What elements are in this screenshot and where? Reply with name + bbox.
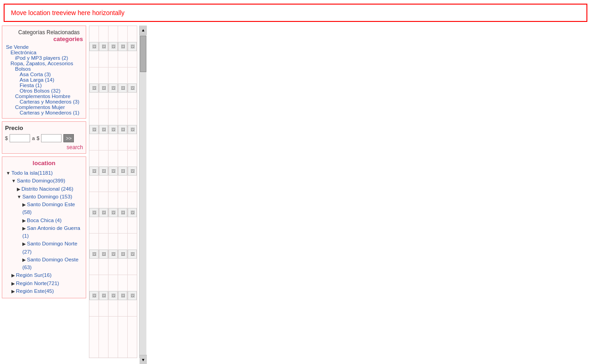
product-image: 🖼	[118, 291, 127, 300]
grid-cell[interactable]	[118, 317, 128, 358]
cat-item[interactable]: Carteras y Monederos (3)	[5, 99, 83, 104]
loc-item[interactable]: ▶Región Sur(16)	[5, 271, 83, 279]
grid-cell[interactable]: 🖼	[99, 109, 109, 150]
cat-item[interactable]: Asa Larga (14)	[5, 77, 83, 83]
grid-cell[interactable]: 🖼	[99, 234, 109, 275]
left-panel: Categorías Relacionadas categories Se Ve…	[2, 26, 86, 358]
grid-cell[interactable]: 🖼	[118, 68, 128, 109]
cat-item[interactable]: Otros Bolsos (32)	[5, 88, 83, 94]
grid-cell[interactable]: 🖼	[109, 151, 118, 192]
scrollbar[interactable]: ▲ ▼	[139, 26, 146, 358]
loc-item[interactable]: ▶Región Norte(721)	[5, 280, 83, 287]
cat-item[interactable]: iPod y MP3 players (2)	[5, 55, 83, 61]
loc-item[interactable]: ▼Santo Domingo (153)	[5, 193, 83, 201]
cat-item[interactable]: Asa Corta (3)	[5, 72, 83, 77]
grid-cell[interactable]: 🖼	[89, 234, 99, 275]
loc-item[interactable]: ▶Distrito Nacional (246)	[5, 185, 83, 193]
expand-arrow-icon: ▶	[11, 281, 15, 286]
product-image: 🖼	[128, 250, 137, 259]
price-to-input[interactable]	[41, 134, 62, 142]
grid-cell[interactable]: 🖼	[118, 275, 128, 316]
grid-cell[interactable]: 🖼	[109, 109, 118, 150]
expand-arrow-icon: ▶	[22, 226, 26, 231]
grid-cell[interactable]: 🖼	[128, 192, 137, 233]
grid-cell[interactable]: 🖼	[109, 234, 118, 275]
product-image: 🖼	[89, 208, 98, 217]
loc-item[interactable]: ▶Santo Domingo Norte (27)	[5, 240, 83, 256]
scroll-down-button[interactable]: ▼	[140, 355, 147, 358]
grid-cell[interactable]: 🖼	[99, 275, 109, 316]
cat-item[interactable]: Fiesta (1)	[5, 83, 83, 88]
location-title: location	[5, 160, 83, 166]
grid-cell[interactable]: 🖼	[128, 151, 137, 192]
top-banner: Move location treeview here horizontally	[4, 4, 587, 22]
cat-item: Complementos Mujer	[5, 104, 83, 110]
grid-cell[interactable]: 🖼	[99, 192, 109, 233]
grid-cell[interactable]: 🖼	[128, 275, 137, 316]
grid-cell[interactable]: 🖼	[128, 26, 137, 67]
grid-cell[interactable]: 🖼	[89, 26, 99, 67]
product-image: 🖼	[99, 83, 108, 93]
cat-item[interactable]: Carteras y Monederos (1)	[5, 110, 83, 115]
grid-cell[interactable]: 🖼	[109, 26, 118, 67]
product-image: 🖼	[99, 208, 108, 217]
grid-cell[interactable]: 🖼	[118, 151, 128, 192]
grid-cell[interactable]: 🖼	[89, 151, 99, 192]
grid-cell[interactable]	[99, 317, 109, 358]
grid-cell[interactable]: 🖼	[109, 68, 118, 109]
loc-item[interactable]: ▶Región Este(45)	[5, 287, 83, 295]
grid-cell[interactable]: 🖼	[118, 109, 128, 150]
grid-cell[interactable]	[89, 317, 99, 358]
expand-arrow-icon: ▼	[17, 194, 21, 199]
grid-cell[interactable]: 🖼	[99, 26, 109, 67]
cat-item: Bolsos	[5, 66, 83, 72]
product-image: 🖼	[89, 166, 98, 176]
product-image: 🖼	[89, 291, 98, 300]
product-image: 🖼	[118, 42, 127, 51]
grid-cell[interactable]: 🖼	[89, 109, 99, 150]
product-image: 🖼	[109, 250, 118, 259]
grid-cell[interactable]: 🖼	[128, 234, 137, 275]
grid-row: 🖼 🖼 🖼 🖼 🖼	[89, 151, 137, 192]
product-image: 🖼	[99, 166, 108, 176]
grid-cell[interactable]: 🖼	[89, 68, 99, 109]
expand-arrow-icon: ▼	[6, 171, 10, 176]
location-box: location ▼Todo la isla(1181) ▼Santo Domi…	[2, 156, 86, 298]
loc-item[interactable]: ▶Santo Domingo Oeste (63)	[5, 256, 83, 272]
product-image: 🖼	[128, 83, 137, 93]
cat-item[interactable]: Ropa, Zapatos, Accesorios	[5, 61, 83, 66]
price-box: Precio $ a $ >> search	[2, 121, 86, 154]
categories-box: Categorías Relacionadas categories Se Ve…	[2, 26, 86, 119]
grid-cell[interactable]: 🖼	[109, 275, 118, 316]
scroll-thumb[interactable]	[140, 36, 146, 72]
loc-item[interactable]: ▼Todo la isla(1181)	[5, 169, 83, 177]
grid-cell[interactable]: 🖼	[118, 26, 128, 67]
grid-cell[interactable]	[109, 317, 118, 358]
product-image: 🖼	[99, 125, 108, 134]
expand-arrow-icon: ▶	[22, 257, 26, 262]
product-image: 🖼	[109, 166, 118, 176]
loc-item[interactable]: ▶Boca Chica (4)	[5, 217, 83, 224]
loc-item[interactable]: ▼Santo Domingo(399)	[5, 177, 83, 185]
grid-cell[interactable]: 🖼	[128, 68, 137, 109]
grid-cell[interactable]: 🖼	[118, 192, 128, 233]
price-from-input[interactable]	[10, 134, 30, 142]
grid-cell[interactable]: 🖼	[128, 109, 137, 150]
loc-item[interactable]: ▶San Antonio de Guerra (1)	[5, 224, 83, 240]
price-from-symbol: $	[5, 135, 8, 141]
loc-item[interactable]: ▶Santo Domingo Este (58)	[5, 201, 83, 217]
product-image: 🖼	[128, 125, 137, 134]
search-link[interactable]: search	[5, 144, 83, 151]
product-image: 🖼	[128, 166, 137, 176]
location-list: ▼Todo la isla(1181) ▼Santo Domingo(399) …	[5, 169, 83, 295]
scroll-up-button[interactable]: ▲	[140, 26, 147, 35]
expand-arrow-icon: ▶	[11, 273, 15, 278]
grid-cell[interactable]	[128, 317, 137, 358]
grid-cell[interactable]: 🖼	[109, 192, 118, 233]
price-go-button[interactable]: >>	[63, 134, 74, 142]
grid-cell[interactable]: 🖼	[118, 234, 128, 275]
grid-cell[interactable]: 🖼	[99, 151, 109, 192]
grid-cell[interactable]: 🖼	[89, 192, 99, 233]
grid-cell[interactable]: 🖼	[89, 275, 99, 316]
grid-cell[interactable]: 🖼	[99, 68, 109, 109]
